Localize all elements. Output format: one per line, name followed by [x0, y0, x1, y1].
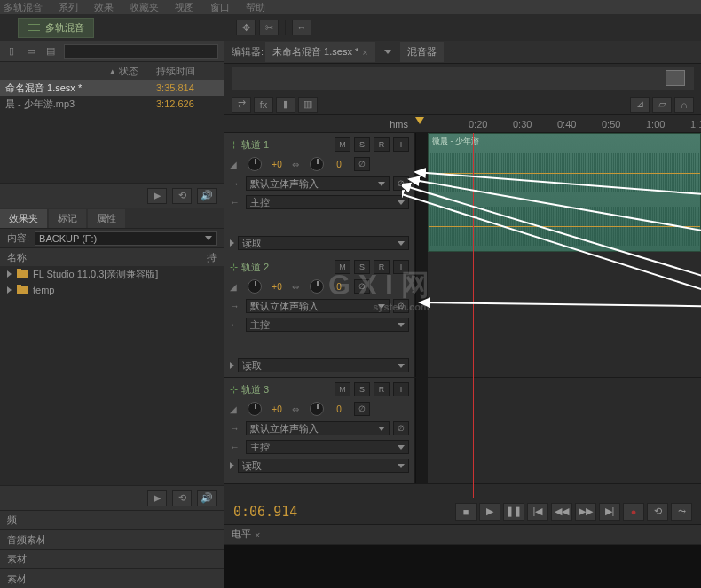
volume-knob[interactable] [248, 157, 262, 171]
editor-file-tab[interactable]: 未命名混音 1.sesx * × [265, 42, 375, 62]
menu-effects[interactable]: 效果 [94, 1, 114, 14]
tab-menu-icon[interactable] [384, 50, 391, 54]
read-dropdown[interactable]: 读取 [238, 358, 409, 372]
volume-knob[interactable] [248, 402, 262, 416]
phase-button[interactable]: ∅ [354, 157, 370, 171]
media-row[interactable]: temp [0, 282, 224, 298]
media-col-name[interactable]: 名称 [7, 251, 207, 264]
next-button[interactable]: ▶| [599, 503, 620, 521]
stop-button[interactable]: ■ [455, 503, 477, 521]
input-dropdown[interactable]: 默认立体声输入 [246, 299, 390, 313]
tab-markers[interactable]: 标记 [49, 209, 86, 228]
tool-cut[interactable]: ✂ [259, 20, 279, 35]
solo-button[interactable]: S [354, 382, 370, 396]
mini-play-button[interactable]: ▶ [147, 188, 167, 204]
open-icon[interactable]: ▭ [25, 46, 37, 57]
volume-value[interactable]: +0 [265, 160, 288, 169]
pan-knob[interactable] [310, 157, 324, 171]
cat-row[interactable]: 音频素材 [0, 529, 224, 549]
mute-button[interactable]: M [335, 260, 350, 274]
tt-btn4[interactable]: ▥ [298, 97, 318, 113]
overview-strip[interactable] [232, 67, 694, 90]
phase-button[interactable]: ∅ [354, 402, 370, 416]
track-name[interactable]: 轨道 3 [241, 383, 331, 396]
tt-btn6[interactable]: ▱ [652, 97, 672, 113]
tab-properties[interactable]: 属性 [88, 209, 125, 228]
record-button[interactable]: R [374, 260, 390, 274]
pan-knob[interactable] [310, 279, 324, 294]
expand-icon[interactable] [230, 462, 234, 469]
overview-handle[interactable] [666, 70, 685, 86]
read-dropdown[interactable]: 读取 [238, 236, 409, 250]
menu-window[interactable]: 窗口 [210, 1, 230, 14]
tool-move[interactable]: ✥ [236, 20, 256, 35]
mini-auto-button[interactable]: 🔊 [197, 188, 217, 204]
input-dropdown[interactable]: 默认立体声输入 [246, 176, 390, 191]
audio-clip[interactable]: 微晨 - 少年游 [428, 133, 701, 252]
track-name[interactable]: 轨道 2 [241, 261, 331, 274]
record-button[interactable]: R [374, 382, 390, 396]
pan-value[interactable]: 0 [327, 160, 350, 169]
mini-loop-button[interactable]: ⟲ [172, 188, 192, 204]
cat-row[interactable]: 素材 [0, 549, 224, 568]
menu-series[interactable]: 系列 [59, 1, 78, 14]
tt-btn1[interactable]: ⇄ [232, 97, 251, 113]
track-content[interactable]: 微晨 - 少年游 [428, 133, 701, 255]
expand-icon[interactable] [230, 239, 234, 247]
media-col-dur[interactable]: 持 [207, 251, 217, 264]
monitor-button[interactable]: I [393, 260, 409, 274]
search-input[interactable] [64, 44, 218, 59]
phase-button[interactable]: ∅ [354, 279, 370, 294]
media-row[interactable]: FL Studio 11.0.3[亲测兼容版] [0, 266, 224, 282]
io-opt[interactable]: ∅ [393, 299, 409, 313]
expand-icon[interactable] [230, 362, 234, 369]
monitor-button[interactable]: I [393, 137, 409, 152]
menu-fav[interactable]: 收藏夹 [130, 1, 159, 14]
track-content[interactable] [428, 255, 701, 377]
col-status[interactable]: ▴状态 [5, 65, 156, 78]
output-dropdown[interactable]: 主控 [246, 195, 409, 209]
col-duration[interactable]: 持续时间 [156, 65, 218, 78]
io-opt[interactable]: ∅ [393, 176, 409, 191]
multitrack-tab[interactable]: 多轨混音 [18, 18, 94, 38]
menu-help[interactable]: 帮助 [246, 1, 265, 14]
record-button[interactable]: R [374, 137, 390, 152]
output-dropdown[interactable]: 主控 [246, 440, 409, 454]
prev-button[interactable]: |◀ [527, 503, 548, 521]
cat-row[interactable]: 素材 [0, 568, 224, 588]
record-button[interactable]: ● [623, 503, 644, 521]
pan-value[interactable]: 0 [327, 404, 350, 414]
cat-row[interactable]: 频 [0, 510, 224, 529]
track-name[interactable]: 轨道 1 [241, 138, 331, 152]
monitor-button[interactable]: I [393, 382, 409, 396]
solo-button[interactable]: S [354, 137, 370, 152]
pan-value[interactable]: 0 [327, 282, 350, 292]
mute-button[interactable]: M [335, 382, 350, 396]
timeline-ruler[interactable]: hms 0:20 0:30 0:40 0:50 1:00 1:10 1:20 1… [224, 115, 701, 133]
tt-btn2[interactable]: fx [254, 97, 273, 113]
solo-button[interactable]: S [354, 260, 370, 274]
volume-value[interactable]: +0 [265, 404, 288, 414]
loop-button[interactable]: ⟲ [647, 503, 668, 521]
tt-btn3[interactable]: ▮ [276, 97, 295, 113]
tt-btn5[interactable]: ⊿ [630, 97, 650, 113]
mixer-tab[interactable]: 混音器 [400, 42, 444, 62]
backup-dropdown[interactable]: BACKUP (F:) [35, 231, 217, 246]
io-opt[interactable]: ∅ [393, 421, 409, 435]
volume-value[interactable]: +0 [265, 282, 288, 292]
level-tab[interactable]: 电平 × [224, 524, 701, 544]
track-content[interactable] [428, 378, 701, 483]
tool-slip[interactable]: ↔ [292, 20, 311, 35]
mute-button[interactable]: M [335, 137, 350, 152]
input-dropdown[interactable]: 默认立体声输入 [246, 421, 390, 435]
media-auto-button[interactable]: 🔊 [197, 490, 217, 506]
rew-button[interactable]: ◀◀ [551, 503, 572, 521]
playhead-marker[interactable] [415, 117, 424, 129]
read-dropdown[interactable]: 读取 [238, 459, 409, 473]
play-button[interactable]: ▶ [479, 503, 500, 521]
tab-effects[interactable]: 效果夹 [0, 209, 47, 228]
timecode[interactable]: 0:06.914 [233, 504, 297, 520]
snap-button[interactable]: ∩ [674, 97, 694, 113]
skip-button[interactable]: ⤳ [671, 503, 692, 521]
file-row[interactable]: 命名混音 1.sesx * 3:35.814 [0, 80, 224, 96]
